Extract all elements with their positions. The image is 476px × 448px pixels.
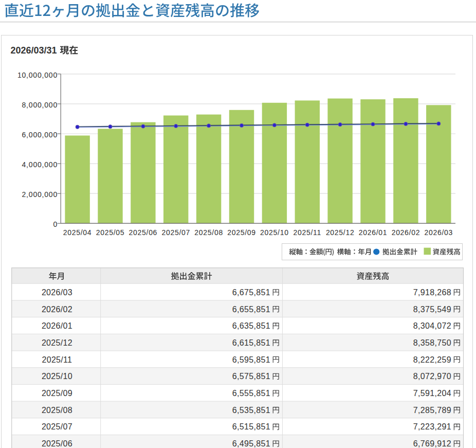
svg-text:2,000,000: 2,000,000: [22, 190, 58, 199]
svg-text:2025/05: 2025/05: [96, 228, 125, 237]
svg-text:2025/08: 2025/08: [194, 228, 223, 237]
svg-text:6,575,851: 6,575,851: [232, 372, 270, 381]
svg-text:6,655,851: 6,655,851: [232, 305, 270, 314]
svg-text:7,918,268: 7,918,268: [413, 288, 451, 297]
svg-text:2025/06: 2025/06: [42, 439, 72, 448]
svg-text:2025/11: 2025/11: [42, 355, 72, 364]
svg-text:8,000,000: 8,000,000: [22, 101, 58, 109]
svg-text:8,222,259: 8,222,259: [413, 355, 451, 364]
svg-text:6,495,851: 6,495,851: [232, 439, 270, 448]
svg-text:7,591,204: 7,591,204: [413, 389, 451, 398]
svg-text:2025/10: 2025/10: [260, 228, 289, 237]
svg-text:6,635,851: 6,635,851: [232, 321, 270, 330]
svg-text:6,769,912: 6,769,912: [413, 439, 451, 448]
svg-text:6,615,851: 6,615,851: [232, 338, 270, 347]
svg-text:2026/03: 2026/03: [425, 228, 453, 237]
svg-text:2025/07: 2025/07: [161, 228, 190, 237]
svg-text:2026/02: 2026/02: [392, 228, 420, 237]
svg-text:6,595,851: 6,595,851: [232, 355, 270, 364]
svg-text:8,358,750: 8,358,750: [413, 338, 451, 347]
svg-text:2025/04: 2025/04: [63, 228, 92, 237]
svg-text:2025/06: 2025/06: [129, 228, 158, 237]
svg-text:2025/10: 2025/10: [42, 372, 72, 381]
svg-text:2025/09: 2025/09: [227, 228, 256, 237]
svg-text:2026/02: 2026/02: [42, 305, 72, 314]
svg-text:6,515,851: 6,515,851: [232, 422, 270, 431]
svg-text:8,304,072: 8,304,072: [413, 321, 451, 330]
svg-text:4,000,000: 4,000,000: [22, 160, 58, 169]
svg-text:2025/07: 2025/07: [42, 422, 72, 431]
svg-text:7,223,291: 7,223,291: [413, 422, 451, 431]
svg-text:2026/03/31: 2026/03/31: [11, 45, 57, 56]
svg-text:0: 0: [53, 220, 58, 228]
svg-text:2026/01: 2026/01: [359, 228, 388, 237]
svg-text:2025/11: 2025/11: [294, 228, 321, 237]
svg-text:8,375,549: 8,375,549: [413, 305, 451, 314]
svg-text:6,555,851: 6,555,851: [232, 389, 270, 398]
svg-text:6,000,000: 6,000,000: [22, 131, 58, 139]
svg-text:2025/09: 2025/09: [42, 389, 72, 398]
svg-text:2026/03: 2026/03: [42, 288, 72, 297]
svg-text:2026/01: 2026/01: [42, 321, 72, 330]
svg-text:2025/08: 2025/08: [42, 406, 72, 415]
svg-text:7,285,789: 7,285,789: [413, 406, 451, 415]
svg-text:2025/12: 2025/12: [326, 228, 355, 237]
svg-text:8,072,970: 8,072,970: [413, 372, 451, 381]
svg-text:10,000,000: 10,000,000: [17, 71, 58, 79]
svg-text:6,675,851: 6,675,851: [232, 288, 270, 297]
svg-text:2025/12: 2025/12: [42, 338, 72, 347]
svg-text:6,535,851: 6,535,851: [232, 406, 270, 415]
